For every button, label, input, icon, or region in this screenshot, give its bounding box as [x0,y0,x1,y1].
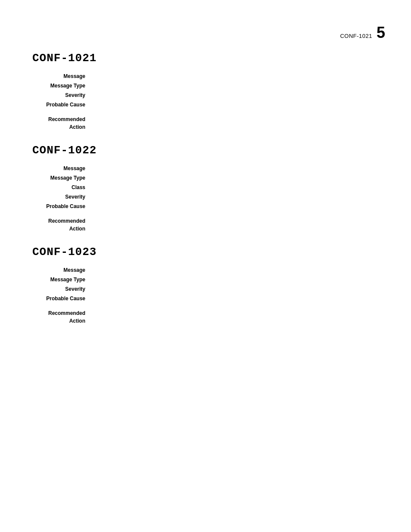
field-label-conf-1022-5: RecommendedAction [32,217,90,233]
main-content: CONF-1021MessageMessage TypeSeverityProb… [0,0,411,325]
section-conf-1021: CONF-1021MessageMessage TypeSeverityProb… [32,52,385,131]
field-row-conf-1022-message: Message [32,165,385,172]
field-row-conf-1022-severity: Severity [32,193,385,201]
field-value-conf-1021-1 [90,82,385,90]
page-header: CONF-1021 5 [340,24,385,42]
field-value-conf-1022-0 [90,165,385,172]
field-row-conf-1022-message-type: Message Type [32,174,385,182]
section-title-conf-1023: CONF-1023 [32,246,385,258]
field-row-conf-1022-recommended-action: RecommendedAction [32,217,385,233]
field-label-conf-1022-4: Probable Cause [32,202,90,210]
field-row-conf-1022-class: Class [32,184,385,191]
field-value-conf-1022-4 [90,202,385,210]
field-row-conf-1021-message: Message [32,72,385,80]
field-label-conf-1021-3: Probable Cause [32,101,90,109]
field-value-conf-1023-4 [90,309,385,325]
field-value-conf-1021-2 [90,91,385,99]
field-label-conf-1023-2: Severity [32,285,90,293]
field-row-conf-1023-message: Message [32,266,385,274]
field-value-conf-1021-3 [90,101,385,109]
field-value-conf-1021-4 [90,115,385,131]
field-label-conf-1021-1: Message Type [32,82,90,90]
field-row-conf-1021-severity: Severity [32,91,385,99]
field-value-conf-1022-5 [90,217,385,233]
field-value-conf-1023-3 [90,295,385,302]
header-code: CONF-1021 [340,33,372,39]
field-label-conf-1023-0: Message [32,266,90,274]
field-label-conf-1022-3: Severity [32,193,90,201]
field-row-conf-1021-recommended-action: RecommendedAction [32,115,385,131]
field-row-conf-1021-probable-cause: Probable Cause [32,101,385,109]
field-value-conf-1022-3 [90,193,385,201]
field-row-conf-1023-message-type: Message Type [32,276,385,283]
section-conf-1023: CONF-1023MessageMessage TypeSeverityProb… [32,246,385,325]
field-value-conf-1023-0 [90,266,385,274]
field-value-conf-1023-1 [90,276,385,283]
field-label-conf-1023-1: Message Type [32,276,90,283]
field-value-conf-1023-2 [90,285,385,293]
section-conf-1022: CONF-1022MessageMessage TypeClassSeverit… [32,144,385,233]
field-row-conf-1021-message-type: Message Type [32,82,385,90]
field-label-conf-1022-0: Message [32,165,90,172]
section-block-conf-1022: MessageMessage TypeClassSeverityProbable… [32,165,385,233]
field-value-conf-1022-1 [90,174,385,182]
section-block-conf-1023: MessageMessage TypeSeverityProbable Caus… [32,266,385,325]
field-value-conf-1022-2 [90,184,385,191]
field-label-conf-1021-2: Severity [32,91,90,99]
field-row-conf-1023-recommended-action: RecommendedAction [32,309,385,325]
field-label-conf-1022-1: Message Type [32,174,90,182]
field-label-conf-1023-3: Probable Cause [32,295,90,302]
field-row-conf-1022-probable-cause: Probable Cause [32,202,385,210]
field-row-conf-1023-severity: Severity [32,285,385,293]
field-label-conf-1023-4: RecommendedAction [32,309,90,325]
field-label-conf-1021-4: RecommendedAction [32,115,90,131]
header-page-number: 5 [377,24,385,42]
field-row-conf-1023-probable-cause: Probable Cause [32,295,385,302]
field-label-conf-1021-0: Message [32,72,90,80]
field-label-conf-1022-2: Class [32,184,90,191]
section-title-conf-1022: CONF-1022 [32,144,385,157]
section-block-conf-1021: MessageMessage TypeSeverityProbable Caus… [32,72,385,131]
field-value-conf-1021-0 [90,72,385,80]
section-title-conf-1021: CONF-1021 [32,52,385,65]
